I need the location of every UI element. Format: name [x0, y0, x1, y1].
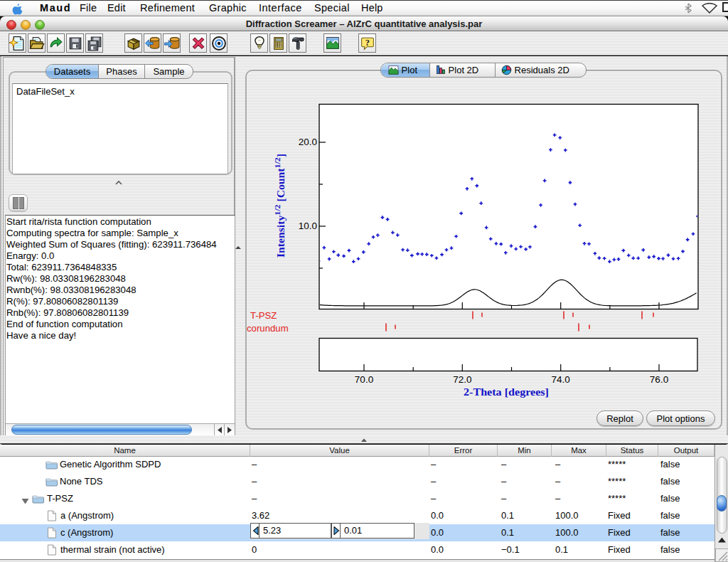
svg-text:2-Theta [degrees]: 2-Theta [degrees] [464, 386, 549, 398]
svg-text:corundum: corundum [247, 323, 289, 334]
svg-text:70.0: 70.0 [355, 374, 373, 385]
svg-text:76.0: 76.0 [650, 374, 668, 385]
svg-text:72.0: 72.0 [453, 374, 471, 385]
svg-text:74.0: 74.0 [552, 374, 570, 385]
svg-text:Intensity1/2 [Count1/2]: Intensity1/2 [Count1/2] [273, 154, 287, 258]
svg-text:20.0: 20.0 [299, 137, 317, 147]
svg-text:?: ? [365, 38, 370, 48]
svg-text:10.0: 10.0 [299, 221, 317, 231]
svg-text:T-PSZ: T-PSZ [250, 310, 277, 321]
